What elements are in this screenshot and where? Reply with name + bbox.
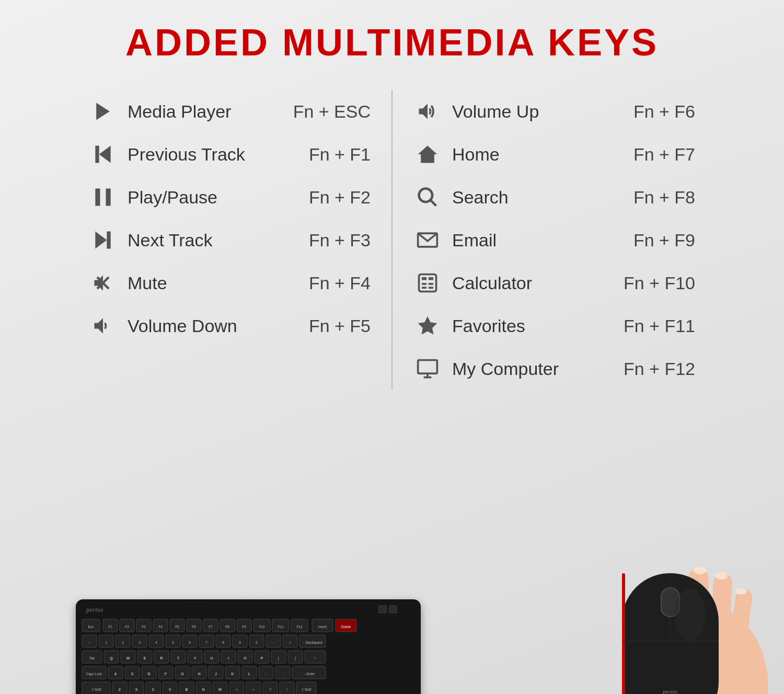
svg-text:B: B [185, 688, 188, 691]
list-item: Media Player Fn + ESC [89, 90, 371, 133]
list-item: My Computer Fn + F12 [413, 347, 695, 390]
volume-down-icon [89, 312, 117, 340]
key-shortcut: Fn + F4 [309, 273, 371, 293]
svg-text:H: H [198, 672, 200, 676]
svg-text:F10: F10 [259, 625, 265, 629]
svg-rect-1 [95, 146, 99, 163]
svg-text:[: [ [278, 656, 279, 661]
svg-rect-20 [429, 283, 433, 285]
key-label: Next Track [128, 230, 263, 251]
play-icon [89, 97, 117, 126]
svg-text:M: M [218, 688, 222, 691]
svg-text:⇧Shift: ⇧Shift [301, 688, 311, 691]
svg-text:↑: ↑ [286, 687, 288, 692]
svg-text:T: T [177, 656, 180, 660]
key-label: Search [452, 187, 588, 208]
svg-text:Q: Q [110, 656, 113, 661]
svg-marker-23 [418, 316, 437, 335]
svg-rect-24 [418, 360, 437, 374]
list-item: Play/Pause Fn + F2 [89, 176, 371, 219]
svg-rect-19 [422, 283, 426, 285]
svg-rect-5 [107, 232, 110, 249]
svg-text:←Enter: ←Enter [303, 672, 315, 676]
list-item: Favorites Fn + F11 [413, 304, 695, 347]
svg-text:F1: F1 [108, 625, 112, 629]
svg-text:': ' [282, 672, 283, 676]
next-track-icon [89, 226, 117, 254]
key-label: Volume Down [128, 316, 263, 336]
key-label: Media Player [128, 101, 263, 122]
svg-text:Z: Z [119, 688, 121, 691]
svg-text:Insert: Insert [318, 625, 327, 629]
svg-text:5: 5 [172, 641, 174, 644]
svg-rect-40 [389, 606, 397, 613]
key-shortcut: Fn + F1 [309, 144, 371, 165]
search-icon [413, 183, 442, 211]
svg-text:=: = [289, 641, 291, 644]
svg-text:G: G [181, 672, 184, 676]
svg-marker-11 [419, 104, 428, 119]
svg-marker-6 [95, 232, 107, 249]
svg-rect-22 [429, 287, 433, 289]
svg-text:F: F [165, 672, 167, 676]
svg-text:F4: F4 [158, 625, 163, 629]
key-shortcut: Fn + F7 [633, 144, 695, 165]
svg-rect-206 [622, 573, 625, 694]
prev-track-icon [89, 140, 117, 168]
svg-text:-: - [273, 641, 274, 644]
svg-text:⇧Shift: ⇧Shift [91, 688, 101, 691]
svg-point-13 [419, 189, 433, 202]
svg-text:4: 4 [155, 641, 157, 644]
svg-text:D: D [147, 672, 150, 676]
svg-text:6: 6 [189, 641, 191, 644]
svg-text:\: \ [315, 656, 316, 660]
svg-marker-2 [99, 146, 111, 163]
svg-text:<: < [236, 688, 238, 691]
key-shortcut: Fn + F6 [633, 101, 695, 122]
svg-text:L: L [248, 672, 251, 676]
svg-text:0: 0 [256, 641, 258, 644]
list-item: Volume Down Fn + F5 [89, 304, 371, 347]
svg-text:F6: F6 [192, 625, 196, 629]
svg-text:Tab: Tab [89, 656, 95, 660]
key-label: Mute [128, 273, 263, 293]
svg-text:1: 1 [105, 641, 107, 644]
key-shortcut: Fn + F2 [309, 187, 371, 208]
svg-text:N: N [202, 688, 204, 691]
svg-text:A: A [114, 672, 117, 676]
key-label: Favorites [452, 316, 588, 336]
calculator-icon [413, 269, 442, 297]
svg-text:P: P [261, 656, 263, 660]
svg-text:C: C [152, 688, 154, 691]
svg-text:8: 8 [222, 641, 224, 644]
svg-text:←Backspace: ←Backspace [303, 641, 323, 645]
svg-text:F3: F3 [142, 625, 146, 629]
left-column: Media Player Fn + ESC Previous Track Fn … [68, 90, 393, 390]
volume-up-icon [413, 97, 442, 126]
svg-text:]: ] [295, 656, 296, 661]
svg-text:F2: F2 [125, 625, 129, 629]
key-shortcut: Fn + F9 [633, 230, 695, 251]
page-wrapper: ADDED MULTIMEDIA KEYS Media Player Fn + … [0, 0, 784, 694]
svg-text:3: 3 [139, 641, 141, 644]
favorites-icon [413, 312, 442, 340]
svg-text:Delete: Delete [341, 625, 351, 629]
key-label: Previous Track [128, 144, 263, 165]
svg-point-204 [735, 588, 747, 595]
svg-text:F5: F5 [175, 625, 179, 629]
svg-text:9: 9 [239, 641, 241, 644]
svg-text:~: ~ [88, 641, 90, 644]
svg-text:F7: F7 [209, 625, 213, 629]
svg-rect-17 [422, 277, 426, 280]
svg-point-203 [715, 572, 728, 579]
svg-point-211 [674, 589, 706, 641]
product-image: perixx Esc F1 F2 F3 F4 F5 [0, 406, 784, 694]
key-shortcut: Fn + F12 [624, 359, 695, 379]
key-shortcut: Fn + F11 [624, 316, 695, 336]
page-title: ADDED MULTIMEDIA KEYS [0, 21, 784, 64]
svg-text:O: O [244, 656, 247, 660]
svg-marker-12 [418, 146, 437, 163]
svg-text:Y: Y [194, 656, 197, 660]
keys-section: Media Player Fn + ESC Previous Track Fn … [26, 79, 758, 406]
list-item: Email Fn + F9 [413, 219, 695, 261]
